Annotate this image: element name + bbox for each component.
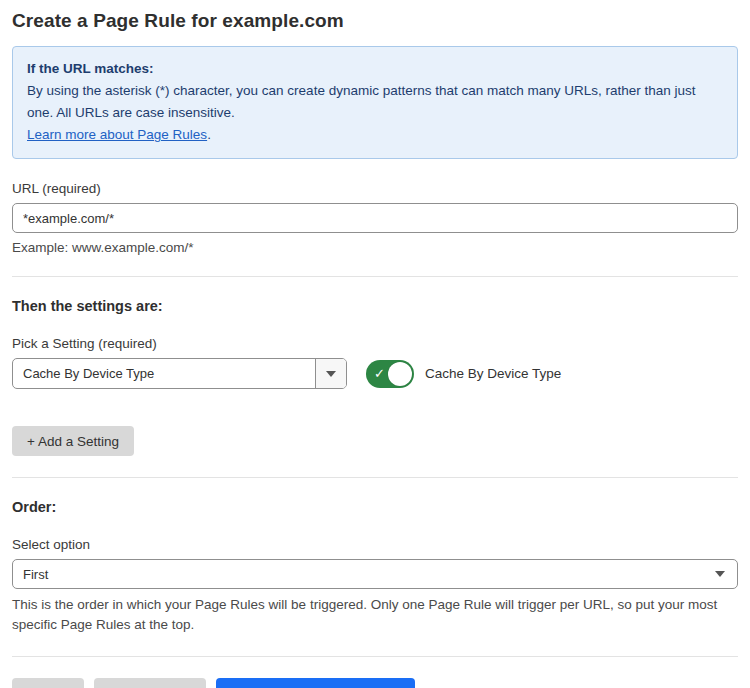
toggle-label: Cache By Device Type [425,366,561,381]
settings-section-heading: Then the settings are: [12,298,738,314]
pick-setting-label: Pick a Setting (required) [12,336,738,351]
setting-select[interactable]: Cache By Device Type [12,358,347,389]
page-title: Create a Page Rule for example.com [12,10,738,32]
link-period: . [207,127,211,142]
setting-select-value: Cache By Device Type [13,359,315,388]
save-deploy-button[interactable]: Save and Deploy Page Rule [216,678,416,688]
order-select-value: First [23,567,48,582]
learn-more-link[interactable]: Learn more about Page Rules [27,127,207,142]
cache-by-device-toggle[interactable]: ✓ [366,360,414,388]
info-box-link-line: Learn more about Page Rules. [27,124,723,146]
url-example-hint: Example: www.example.com/* [12,240,738,255]
check-icon: ✓ [374,367,385,380]
setting-select-arrow-button[interactable] [315,359,346,388]
add-setting-button[interactable]: + Add a Setting [12,426,134,456]
setting-toggle-group: ✓ Cache By Device Type [366,360,561,388]
url-field-label: URL (required) [12,181,738,196]
order-section-heading: Order: [12,499,738,515]
setting-row: Cache By Device Type ✓ Cache By Device T… [12,358,738,389]
info-box-heading: If the URL matches: [27,58,723,80]
info-box-body: By using the asterisk (*) character, you… [27,80,723,124]
footer-actions: Cancel Save as Draft Save and Deploy Pag… [12,678,738,688]
url-input[interactable] [12,203,738,233]
order-help-text: This is the order in which your Page Rul… [12,595,738,635]
create-page-rule-form: Create a Page Rule for example.com If th… [0,0,750,688]
divider [12,477,738,478]
order-select[interactable]: First [12,559,738,589]
order-select-label: Select option [12,537,738,552]
chevron-down-icon [326,371,336,377]
chevron-down-icon [715,571,725,577]
url-match-info-box: If the URL matches: By using the asteris… [12,46,738,159]
save-draft-button[interactable]: Save as Draft [94,678,206,688]
divider [12,656,738,657]
divider [12,276,738,277]
toggle-knob [388,362,412,386]
cancel-button[interactable]: Cancel [12,678,84,688]
